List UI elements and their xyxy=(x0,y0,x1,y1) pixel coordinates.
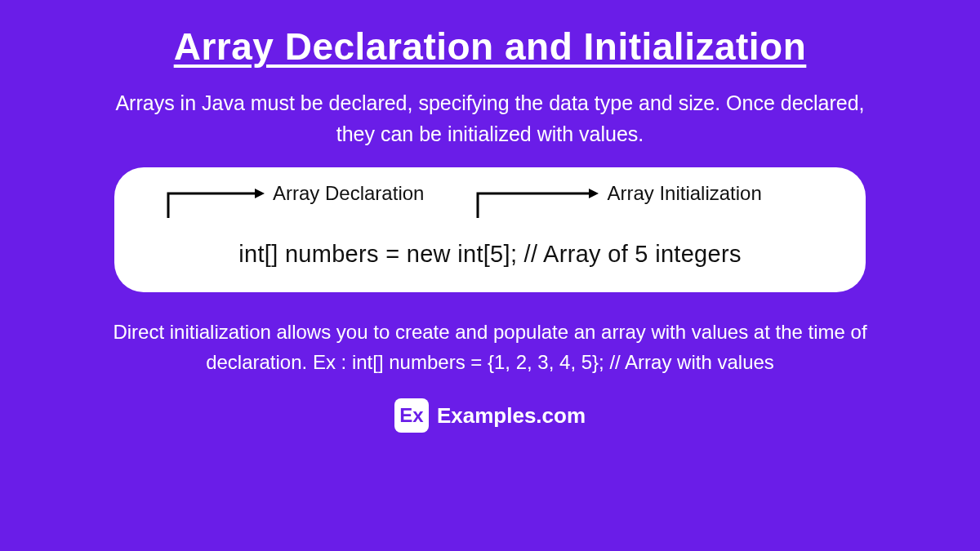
code-snippet: int[] numbers = new int[5]; // Array of … xyxy=(147,241,833,268)
code-example-box: Array Declaration Array Initialization i… xyxy=(114,167,866,292)
brand-icon: Ex xyxy=(394,398,429,433)
annotation-label: Array Initialization xyxy=(607,182,761,205)
annotation-initialization: Array Initialization xyxy=(473,185,761,221)
annotation-label: Array Declaration xyxy=(273,182,424,205)
arrow-right-icon xyxy=(163,185,270,221)
page-title: Array Declaration and Initialization xyxy=(174,24,807,69)
brand-logo: Ex Examples.com xyxy=(394,398,586,433)
intro-description: Arrays in Java must be declared, specify… xyxy=(98,88,882,149)
annotation-declaration: Array Declaration xyxy=(163,185,424,221)
arrow-right-icon xyxy=(473,185,604,221)
brand-name: Examples.com xyxy=(437,403,586,429)
footer-description: Direct initialization allows you to crea… xyxy=(98,317,882,377)
code-annotations: Array Declaration Array Initialization xyxy=(147,185,833,221)
